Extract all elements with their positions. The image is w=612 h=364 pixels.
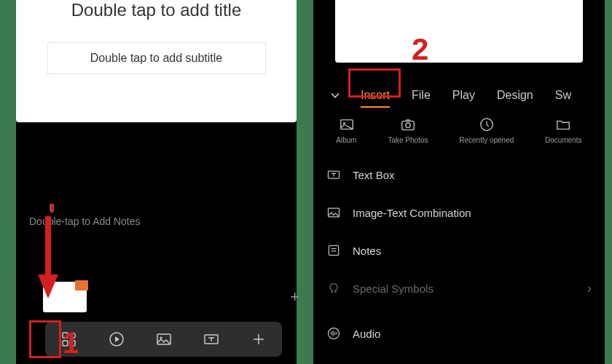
audio-icon	[326, 326, 341, 341]
tab-play[interactable]: Play	[442, 79, 486, 112]
image-text-icon	[326, 205, 341, 220]
play-circle-icon[interactable]	[108, 331, 125, 348]
annotation-number-1: 1	[63, 327, 79, 360]
menu-audio[interactable]: Audio	[326, 314, 592, 352]
slide-canvas[interactable]: Double tap to add title Double tap to ad…	[16, 0, 297, 122]
quick-album-label: Album	[336, 136, 356, 144]
quick-recently-opened[interactable]: Recently opened	[459, 116, 514, 144]
svg-point-11	[342, 122, 345, 124]
quick-take-photos[interactable]: Take Photos	[388, 116, 428, 144]
tab-more[interactable]: Sw	[544, 79, 571, 112]
clock-icon	[479, 116, 495, 132]
camera-icon	[400, 116, 416, 132]
quick-album[interactable]: Album	[336, 116, 356, 144]
menu-special-symbols[interactable]: Special Symbols ›	[326, 269, 592, 307]
separator	[326, 307, 592, 314]
menu-image-text[interactable]: Image-Text Combination	[326, 194, 592, 232]
quick-recently-label: Recently opened	[459, 136, 514, 144]
quick-documents[interactable]: Documents	[545, 116, 582, 144]
annotation-number-2: 2	[412, 32, 428, 67]
add-slide-button[interactable]: +	[290, 288, 299, 306]
tab-design[interactable]: Design	[486, 79, 544, 112]
folder-icon	[555, 116, 571, 132]
collapse-chevron-icon[interactable]	[321, 88, 350, 103]
menu-special-symbols-label: Special Symbols	[353, 282, 434, 295]
menu-text-box[interactable]: Text Box	[326, 156, 592, 194]
album-icon	[339, 116, 355, 132]
tab-file[interactable]: File	[401, 79, 442, 112]
slide-preview	[335, 0, 583, 63]
slide-thumbnail-row: +	[32, 275, 313, 319]
svg-rect-17	[329, 245, 338, 255]
svg-point-13	[406, 123, 410, 127]
menu-image-text-label: Image-Text Combination	[353, 207, 471, 219]
bottom-toolbar	[45, 322, 282, 357]
annotation-highlight-2	[348, 68, 401, 98]
left-screenshot: Double tap to add title Double tap to ad…	[16, 0, 297, 364]
omega-icon	[326, 281, 341, 296]
menu-notes-label: Notes	[353, 245, 381, 257]
quick-insert-row: Album Take Photos Recently opened Docume…	[313, 112, 605, 151]
chevron-right-icon: ›	[587, 281, 592, 296]
thumbnail-badge	[75, 280, 88, 290]
quick-documents-label: Documents	[545, 136, 582, 144]
right-screenshot: Insert File Play Design Sw Album Take Ph…	[313, 0, 605, 364]
insert-menu: Text Box Image-Text Combination Notes Sp…	[313, 156, 605, 364]
title-placeholder[interactable]: Double tap to add title	[16, 0, 297, 20]
textbox-icon[interactable]	[203, 331, 220, 348]
notes-icon	[326, 243, 341, 258]
image-icon[interactable]	[155, 331, 173, 348]
menu-video[interactable]: Video	[326, 352, 592, 364]
textbox-icon	[326, 167, 341, 182]
menu-audio-label: Audio	[353, 328, 380, 340]
subtitle-placeholder[interactable]: Double tap to add subtitle	[47, 42, 266, 74]
svg-point-18	[329, 328, 340, 339]
annotation-highlight-1	[29, 320, 61, 358]
menu-notes[interactable]: Notes	[326, 232, 592, 269]
svg-marker-9	[38, 274, 58, 298]
plus-icon[interactable]	[250, 331, 267, 348]
annotation-arrow	[35, 213, 61, 303]
quick-take-photos-label: Take Photos	[388, 136, 428, 144]
menu-text-box-label: Text Box	[353, 169, 395, 181]
bookmark-icon	[50, 204, 54, 211]
